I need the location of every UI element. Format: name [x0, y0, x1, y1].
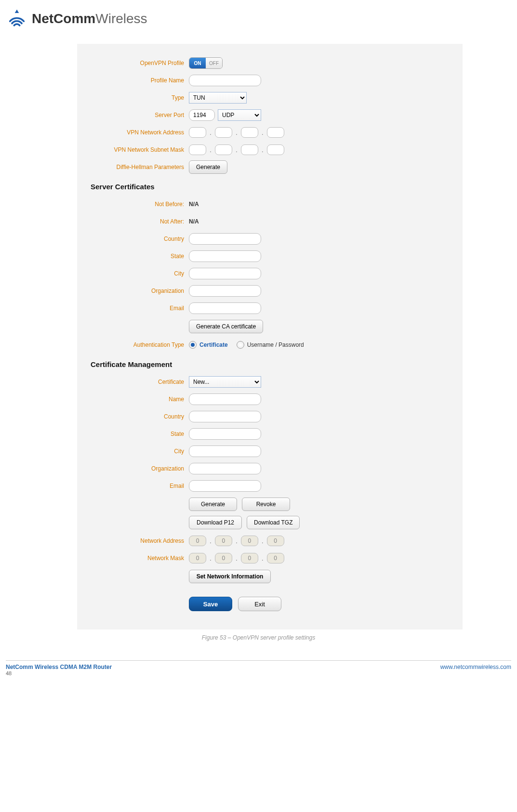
generate-ca-button[interactable]: Generate CA certificate	[189, 320, 263, 333]
auth-userpass-label: Username / Password	[247, 341, 304, 348]
cm-netmask-o4[interactable]	[267, 553, 284, 563]
sc-org-label: Organization	[91, 288, 189, 294]
cm-generate-button[interactable]: Generate	[189, 498, 237, 511]
sc-email-input[interactable]	[189, 302, 261, 314]
cm-cert-select[interactable]: New...	[189, 376, 261, 388]
brand-light: Wireless	[95, 11, 147, 26]
cm-city-label: City	[91, 448, 189, 455]
auth-cert-radio[interactable]	[189, 341, 197, 349]
sc-state-input[interactable]	[189, 250, 261, 262]
cm-revoke-button[interactable]: Revoke	[242, 498, 290, 511]
toggle-on: ON	[189, 58, 206, 68]
type-select[interactable]: TUN	[189, 92, 247, 104]
not-after-value: N/A	[189, 218, 199, 225]
not-before-value: N/A	[189, 201, 199, 208]
footer-page-number: 48	[6, 670, 112, 676]
cm-netaddr-o3[interactable]	[241, 536, 258, 546]
profile-name-input[interactable]	[189, 75, 261, 86]
save-button[interactable]: Save	[189, 597, 232, 611]
openvpn-profile-label: OpenVPN Profile	[91, 60, 189, 66]
auth-userpass-radio[interactable]	[237, 341, 244, 349]
svg-marker-0	[15, 10, 19, 13]
download-tgz-button[interactable]: Download TGZ	[247, 516, 300, 529]
cm-state-input[interactable]	[189, 428, 261, 440]
vpn-addr-o4[interactable]	[267, 127, 284, 138]
cm-name-input[interactable]	[189, 393, 261, 405]
brand-text: NetCommWireless	[32, 11, 147, 26]
cm-country-input[interactable]	[189, 411, 261, 422]
openvpn-profile-toggle[interactable]: ON OFF	[189, 57, 223, 69]
footer-divider	[6, 660, 511, 661]
brand-header: NetCommWireless	[0, 7, 517, 35]
vpn-mask-o3[interactable]	[241, 144, 258, 155]
server-cert-title: Server Certificates	[91, 183, 449, 191]
settings-panel: OpenVPN Profile ON OFF Profile Name Type…	[77, 44, 463, 629]
netcomm-logo-icon	[6, 7, 28, 30]
sc-city-input[interactable]	[189, 268, 261, 279]
cm-netmask-o2[interactable]	[215, 553, 232, 563]
server-port-proto-select[interactable]: UDP	[218, 109, 261, 121]
generate-dh-button[interactable]: Generate	[189, 160, 227, 174]
sc-city-label: City	[91, 270, 189, 277]
sc-email-label: Email	[91, 305, 189, 312]
cm-state-label: State	[91, 431, 189, 437]
vpn-mask-o1[interactable]	[189, 144, 206, 155]
brand-strong: NetComm	[32, 11, 95, 26]
cm-netaddr-label: Network Address	[91, 537, 189, 544]
page-footer: NetComm Wireless CDMA M2M Router 48 www.…	[0, 664, 517, 682]
cm-email-input[interactable]	[189, 480, 261, 492]
footer-product: NetComm Wireless CDMA M2M Router	[6, 664, 112, 670]
set-network-info-button[interactable]: Set Network Information	[189, 570, 271, 583]
auth-type-label: Authentication Type	[91, 341, 189, 348]
vpn-addr-o3[interactable]	[241, 127, 258, 138]
cm-netmask-o3[interactable]	[241, 553, 258, 563]
cm-netmask-o1[interactable]	[189, 553, 206, 563]
cm-netaddr-o1[interactable]	[189, 536, 206, 546]
toggle-off: OFF	[206, 58, 222, 68]
dh-label: Diffie-Hellman Parameters	[91, 164, 189, 170]
auth-cert-label: Certificate	[199, 341, 228, 348]
figure-caption: Figure 53 – OpenVPN server profile setti…	[0, 634, 517, 641]
sc-country-input[interactable]	[189, 233, 261, 245]
exit-button[interactable]: Exit	[238, 597, 281, 611]
vpn-mask-o4[interactable]	[267, 144, 284, 155]
cm-city-input[interactable]	[189, 445, 261, 457]
vpn-addr-o1[interactable]	[189, 127, 206, 138]
cm-org-label: Organization	[91, 465, 189, 472]
cm-netmask-label: Network Mask	[91, 555, 189, 562]
vpn-mask-o2[interactable]	[215, 144, 232, 155]
vpn-net-mask-label: VPN Network Subnet Mask	[91, 146, 189, 153]
server-port-input[interactable]	[189, 109, 215, 121]
profile-name-label: Profile Name	[91, 77, 189, 84]
not-before-label: Not Before:	[91, 201, 189, 208]
sc-org-input[interactable]	[189, 285, 261, 297]
cm-email-label: Email	[91, 483, 189, 489]
footer-url: www.netcommwireless.com	[440, 664, 511, 676]
cm-country-label: Country	[91, 413, 189, 420]
cm-cert-label: Certificate	[91, 379, 189, 385]
type-label: Type	[91, 94, 189, 101]
not-after-label: Not After:	[91, 218, 189, 225]
cert-mgmt-title: Certificate Management	[91, 360, 449, 368]
sc-state-label: State	[91, 253, 189, 260]
server-port-label: Server Port	[91, 112, 189, 118]
vpn-net-addr-label: VPN Network Address	[91, 129, 189, 136]
cm-org-input[interactable]	[189, 463, 261, 474]
cm-name-label: Name	[91, 396, 189, 403]
cm-netaddr-o4[interactable]	[267, 536, 284, 546]
cm-netaddr-o2[interactable]	[215, 536, 232, 546]
vpn-addr-o2[interactable]	[215, 127, 232, 138]
sc-country-label: Country	[91, 236, 189, 242]
download-p12-button[interactable]: Download P12	[189, 516, 242, 529]
